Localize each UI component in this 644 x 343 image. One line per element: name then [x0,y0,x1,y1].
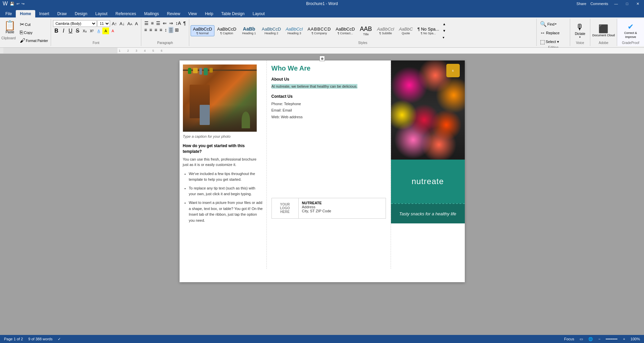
contact-phone[interactable]: Phone: Telephone [271,101,386,108]
replace-button[interactable]: ↔ Replace [539,29,568,37]
italic-button[interactable]: I [60,28,67,34]
contact-heading[interactable]: Contact Us [271,94,386,99]
brochure-col-left[interactable]: Type a caption for your photo How do you… [180,60,267,269]
font-name-select[interactable]: Cambria (Body) [53,20,97,27]
increase-indent-button[interactable]: ⇒ [168,20,174,26]
style-normal[interactable]: AaBbCcD ¶ Normal [191,25,214,36]
find-dropdown[interactable]: ▾ [555,23,556,26]
bullet-item-3[interactable]: Want to insert a picture from your files… [189,200,263,223]
document-page[interactable]: ⊕ [180,60,465,282]
zoom-out-button[interactable]: − [598,337,600,341]
paste-button[interactable]: 📋 Paste [1,19,18,45]
style-heading3[interactable]: AaBbCcI Heading 3 [284,26,305,36]
cut-button[interactable]: ✂ Cut [18,20,49,28]
line-spacing-button[interactable]: ↕ [164,27,168,33]
photo-caption[interactable]: Type a caption for your photo [183,134,263,138]
contact-email[interactable]: Email: Email [271,107,386,114]
brochure-col-middle[interactable]: Who We Are About Us At nutreate, we beli… [267,60,391,269]
about-heading[interactable]: About Us [271,77,386,82]
style-title[interactable]: AAB Title [357,25,374,37]
style-company[interactable]: AABBCCD ¶ Company [305,26,333,36]
tagline[interactable]: Tasty snacks for a healthy life [399,211,456,216]
tab-mailings[interactable]: Mailings [140,10,163,17]
text-effect-button[interactable]: A [95,28,102,34]
print-layout-icon[interactable]: ▭ [580,337,583,341]
tab-insert[interactable]: Insert [35,10,53,17]
faq-heading[interactable]: How do you get started with this templat… [183,143,263,155]
dictate-button[interactable]: 🎙 Dictate ▾ [575,20,585,41]
logo-placeholder[interactable]: YOUR LOGO HERE [272,198,299,218]
quick-access-undo[interactable]: ↩ [16,2,19,6]
styles-scroll-down[interactable]: ▼ [443,29,446,33]
style-contact[interactable]: AaBbCcD ¶ Contact... [334,26,357,36]
align-right-button[interactable]: ≡ [153,27,158,33]
style-heading1[interactable]: AaBb Heading 1 [239,25,259,36]
bullets-button[interactable]: ☰ [143,20,150,26]
contact-web[interactable]: Web: Web address [271,114,386,121]
align-center-button[interactable]: ≡ [148,27,153,33]
style-subtitle[interactable]: AaBbCcI ¶ Subtitle [375,26,396,36]
focus-button[interactable]: Focus [564,337,574,341]
font-shrink-button[interactable]: A↓ [118,21,126,27]
dictate-dropdown[interactable]: ▾ [579,36,581,39]
subscript-button[interactable]: X₂ [81,28,88,34]
tab-design[interactable]: Design [71,10,91,17]
borders-button[interactable]: ⊞ [174,27,180,33]
share-button[interactable]: Share [577,2,586,6]
decrease-indent-button[interactable]: ⇐ [162,20,168,26]
tab-references[interactable]: References [111,10,140,17]
change-case-button[interactable]: Aa [126,21,133,27]
web-layout-icon[interactable]: 🌐 [588,337,593,341]
adobe-button[interactable]: ⬛ Document Cloud [592,20,615,41]
style-heading2[interactable]: AaBbCcD Heading 2 [260,26,283,36]
tab-file[interactable]: File [1,10,16,17]
styles-scroll-up[interactable]: ▲ [443,22,446,26]
show-formatting-button[interactable]: ¶ [182,20,187,26]
tab-draw[interactable]: Draw [53,10,71,17]
zoom-slider[interactable]: ━━━━━ [606,337,617,341]
company-name[interactable]: NUTREATE [302,201,382,205]
style-nospace[interactable]: ¶ No Spa... ¶ No Spa... [415,26,441,36]
font-color-button[interactable]: A [109,28,116,34]
address-line1[interactable]: Address [302,205,382,209]
brand-name[interactable]: nutreate [411,177,444,186]
bullet-item-1[interactable]: We've included a few tips throughout the… [189,171,263,183]
clear-format-button[interactable]: A [134,21,139,27]
shading-button[interactable]: ▒ [168,27,174,33]
bold-button[interactable]: B [53,28,60,34]
tab-home[interactable]: Home [16,10,35,17]
superscript-button[interactable]: X² [88,28,95,34]
font-grow-button[interactable]: A↑ [111,21,118,27]
close-button[interactable]: ✕ [634,2,641,6]
zoom-level[interactable]: 100% [631,337,640,341]
numbering-button[interactable]: ≡ [150,20,155,26]
zoom-in-button[interactable]: + [623,337,625,341]
comments-button[interactable]: Comments [590,2,608,6]
select-button[interactable]: ⬚ Select ▾ [539,38,568,46]
font-size-select[interactable]: 11 [97,20,110,27]
justify-button[interactable]: ≡ [158,27,163,33]
tab-tablelayout[interactable]: Layout [249,10,269,17]
minimize-button[interactable]: — [612,2,620,6]
quick-access-redo[interactable]: ↪ [21,2,24,6]
tab-review[interactable]: Review [163,10,184,17]
tab-help[interactable]: Help [201,10,217,17]
style-caption[interactable]: AaBbCcD ¶ Caption [215,26,238,36]
highlight-button[interactable]: A [102,28,109,34]
about-text[interactable]: At nutreate, we believe that healthy can… [271,84,386,89]
bullet-item-2[interactable]: To replace any tip text (such as this) w… [189,185,263,197]
maximize-button[interactable]: □ [624,2,630,6]
styles-expand[interactable]: ▾ [443,36,446,39]
multilevel-button[interactable]: ☰ [155,20,161,26]
find-button[interactable]: 🔍 Find ▾ [539,20,568,28]
strikethrough-button[interactable]: S [74,28,81,34]
underline-button[interactable]: U [67,28,74,34]
copy-button[interactable]: ⎘ Copy [18,29,49,36]
who-we-are-heading[interactable]: Who We Are [271,65,386,72]
format-painter-button[interactable]: 🖌 Format Painter [18,37,49,44]
style-quote[interactable]: AaBbC Quote [397,26,415,36]
tab-view[interactable]: View [184,10,201,17]
faq-intro[interactable]: You can use this fresh, professional bro… [183,157,263,168]
align-left-button[interactable]: ≡ [143,27,148,33]
quick-access-save[interactable]: 💾 [10,2,14,6]
